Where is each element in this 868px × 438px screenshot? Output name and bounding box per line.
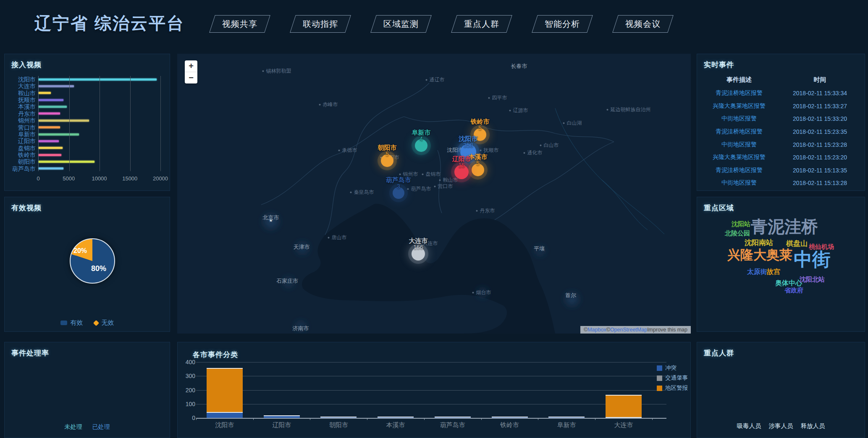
legend-item[interactable]: 有效	[60, 319, 83, 327]
place-dot-icon	[262, 70, 264, 72]
gridline	[100, 76, 100, 171]
panel-city-events: 各市事件分类 0100200300400 沈阳市辽阳市朝阳市本溪市葫芦岛市铁岭市…	[177, 342, 691, 438]
axis-category-label: 朝阳市	[329, 421, 348, 429]
axis-category-label: 丹东市	[5, 110, 36, 117]
bar-segment	[207, 413, 243, 418]
map-place-label: 通化市	[524, 149, 543, 156]
axis-tick-label: 300	[186, 373, 195, 379]
bar-chart-plot	[38, 76, 160, 171]
axis-category-label: 沈阳市	[215, 421, 234, 429]
legend-item[interactable]: 冲突	[657, 364, 688, 372]
cloud-word[interactable]: 沈阳北站	[800, 276, 825, 282]
place-dot-icon	[399, 173, 401, 175]
axis-tick-label: 400	[186, 359, 195, 365]
cloud-word[interactable]: 省政府	[784, 287, 803, 293]
event-time: 2018-02-11 15:13:35	[781, 167, 859, 174]
map-place-label: 锡林郭勒盟	[262, 68, 291, 75]
bar	[39, 133, 79, 136]
cloud-word[interactable]: 青泥洼桥	[751, 218, 818, 235]
axis-category-label: 葫芦岛市	[440, 421, 465, 429]
map-place-label: 烟台市	[472, 289, 491, 296]
axis-tick-label: 100	[186, 401, 195, 407]
map-place-label: 营口市	[434, 183, 453, 190]
marker-event-count: 166	[413, 244, 423, 250]
map-panel[interactable]: 锡林郭勒盟通辽市长春市四平市辽源市延边朝鲜族自治州白山湖赤峰市白山市通化市承德市…	[177, 54, 691, 334]
bar-segment	[606, 417, 642, 418]
legend-item[interactable]: 地区警报	[657, 384, 688, 392]
event-row[interactable]: 青泥洼桥地区报警2018-02-11 15:33:34	[697, 87, 865, 100]
event-time: 2018-02-11 15:33:27	[781, 103, 859, 110]
event-row[interactable]: 中街地区报警2018-02-11 15:23:28	[697, 138, 865, 151]
axis-category-label: 葫芦岛市	[5, 165, 36, 172]
bar-segment	[492, 417, 528, 417]
cloud-word[interactable]: 奥体中心	[775, 280, 802, 287]
bar	[39, 126, 60, 128]
bar-segment	[378, 417, 414, 418]
map-place-label: 延边朝鲜族自治州	[607, 106, 651, 113]
cloud-word[interactable]: 沈阳站	[732, 221, 750, 227]
map-place-label: 秦皇岛市	[350, 189, 374, 196]
legend-swatch	[657, 386, 662, 391]
axis-tick	[367, 418, 367, 420]
axis-category-label: 铁岭市	[5, 151, 36, 158]
key-people-links: 吸毒人员涉事人员释放人员	[697, 422, 865, 430]
attribution-link[interactable]: Mapbox	[587, 327, 606, 333]
event-desc: 兴隆大奥莱地区报警	[697, 102, 781, 110]
map-place-label: 天津市	[294, 243, 310, 251]
legend-item[interactable]: 无效	[94, 319, 114, 327]
event-row[interactable]: 青泥洼桥地区报警2018-02-11 15:23:35	[697, 125, 865, 138]
marker-event-count: 15	[458, 162, 465, 169]
event-row[interactable]: 兴隆大奥莱地区报警2018-02-11 15:23:20	[697, 151, 865, 164]
panel-valid-video: 有效视频 20% 80% 有效无效	[4, 197, 170, 332]
gridline	[196, 376, 666, 376]
nav-button-4[interactable]: 智能分析	[532, 15, 593, 33]
legend-item[interactable]: 交通肇事	[657, 374, 688, 382]
cloud-word[interactable]: 故宫	[767, 269, 780, 275]
map-place-label: 通辽市	[426, 76, 445, 83]
map-place-label: 盘锦市	[422, 171, 441, 178]
legend-item[interactable]: 已处理	[92, 423, 110, 431]
bar-segment	[320, 417, 357, 417]
map-place-label: 长春市	[511, 63, 527, 70]
place-dot-icon	[480, 149, 482, 151]
event-desc: 兴隆大奥莱地区报警	[697, 154, 781, 161]
nav-button-5[interactable]: 视频会议	[612, 15, 674, 33]
place-dot-icon	[434, 185, 436, 187]
column-header-time: 时间	[781, 76, 859, 84]
nav-button-1[interactable]: 联动指挥	[290, 15, 351, 33]
map-place-label: 济南市	[293, 325, 309, 332]
gridline	[160, 76, 161, 171]
people-link[interactable]: 释放人员	[801, 422, 825, 430]
zoom-in-button[interactable]: +	[185, 60, 197, 72]
cloud-word[interactable]: 沈阳南站	[745, 239, 773, 246]
stacked-chart-plot	[196, 362, 666, 418]
event-row[interactable]: 中街地区报警2018-02-11 15:13:28	[697, 177, 865, 190]
event-row[interactable]: 中街地区报警2018-02-11 15:33:20	[697, 112, 865, 125]
cloud-word[interactable]: 中街	[794, 250, 831, 269]
place-dot-icon	[422, 173, 424, 175]
nav-button-2[interactable]: 区域监测	[370, 15, 432, 33]
people-link[interactable]: 涉事人员	[769, 422, 793, 430]
panel-title: 实时事件	[704, 60, 734, 70]
panel-access-video: 接入视频 沈阳市大连市鞍山市抚顺市本溪市丹东市锦州市营口市阜新市辽阳市盘锦市铁岭…	[4, 54, 170, 191]
legend-item[interactable]: 未处理	[65, 423, 82, 431]
attribution-link[interactable]: OpenStreetMap	[610, 327, 647, 333]
nav-button-0[interactable]: 视频共享	[209, 15, 270, 33]
event-desc: 中街地区报警	[697, 141, 781, 149]
cloud-word[interactable]: 兴隆大奥莱	[727, 248, 792, 261]
gridline	[130, 76, 131, 171]
cloud-word[interactable]: 棋盘山	[786, 240, 808, 247]
cloud-word[interactable]: 北陵公园	[725, 230, 750, 236]
panel-key-areas: 重点区域 沈阳站北陵公园青泥洼桥沈阳南站棋盘山桃仙机场兴隆大奥莱中街太原街故宫奥…	[697, 197, 865, 332]
event-row[interactable]: 兴隆大奥莱地区报警2018-02-11 15:33:27	[697, 100, 865, 113]
event-row[interactable]: 青泥洼桥地区报警2018-02-11 15:13:35	[697, 164, 865, 177]
people-link[interactable]: 吸毒人员	[737, 422, 761, 430]
axis-category-label: 沈阳市	[5, 76, 36, 83]
nav-button-3[interactable]: 重点人群	[451, 15, 512, 33]
cloud-word[interactable]: 太原街	[747, 269, 767, 275]
zoom-out-button[interactable]: −	[185, 72, 197, 83]
bar	[39, 147, 63, 149]
axis-tick-label: 200	[186, 387, 195, 394]
axis-category-label: 盘锦市	[5, 145, 36, 151]
place-dot-icon	[540, 144, 542, 146]
